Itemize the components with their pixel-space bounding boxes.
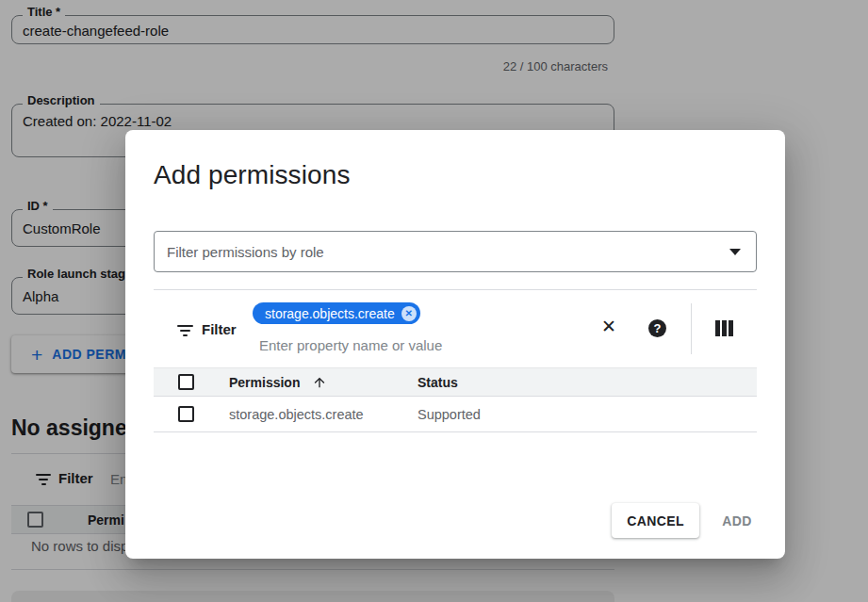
filter-by-role-dropdown[interactable]: Filter permissions by role bbox=[154, 231, 757, 272]
clear-filters-icon[interactable]: ✕ bbox=[601, 317, 616, 337]
page: Title * create-changefeed-role 22 / 100 … bbox=[0, 0, 868, 602]
row-status-cell: Supported bbox=[418, 407, 757, 422]
filter-by-role-dropdown-label: Filter permissions by role bbox=[167, 244, 729, 260]
row-checkbox[interactable] bbox=[178, 406, 194, 422]
permissions-filter-toolbar: Filter storage.objects.create ✕ Enter pr… bbox=[154, 289, 757, 367]
add-button[interactable]: ADD bbox=[709, 503, 765, 538]
filter-input[interactable]: Enter property name or value bbox=[259, 337, 442, 353]
filter-label: Filter bbox=[202, 321, 237, 337]
cancel-button[interactable]: CANCEL bbox=[612, 503, 699, 538]
filter-icon bbox=[177, 325, 193, 336]
sort-ascending-icon bbox=[312, 375, 327, 390]
select-all-checkbox[interactable] bbox=[178, 374, 194, 390]
permissions-table: Permission Status storage.objects.create… bbox=[154, 367, 757, 432]
dialog-title: Add permissions bbox=[154, 160, 350, 190]
table-row[interactable]: storage.objects.create Supported bbox=[154, 397, 757, 432]
permissions-table-header: Permission Status bbox=[154, 367, 757, 397]
add-permissions-dialog: Add permissions Filter permissions by ro… bbox=[125, 130, 785, 559]
help-icon[interactable]: ? bbox=[648, 319, 666, 337]
filter-chip[interactable]: storage.objects.create ✕ bbox=[253, 302, 420, 324]
permission-column-header[interactable]: Permission bbox=[229, 375, 418, 390]
filter-chip-label: storage.objects.create bbox=[265, 306, 395, 321]
status-column-header[interactable]: Status bbox=[418, 375, 757, 390]
row-permission-cell: storage.objects.create bbox=[229, 407, 418, 422]
chevron-down-icon bbox=[729, 249, 741, 255]
chip-remove-icon[interactable]: ✕ bbox=[401, 306, 417, 321]
column-display-options-icon[interactable] bbox=[715, 320, 733, 336]
toolbar-divider bbox=[691, 303, 692, 354]
